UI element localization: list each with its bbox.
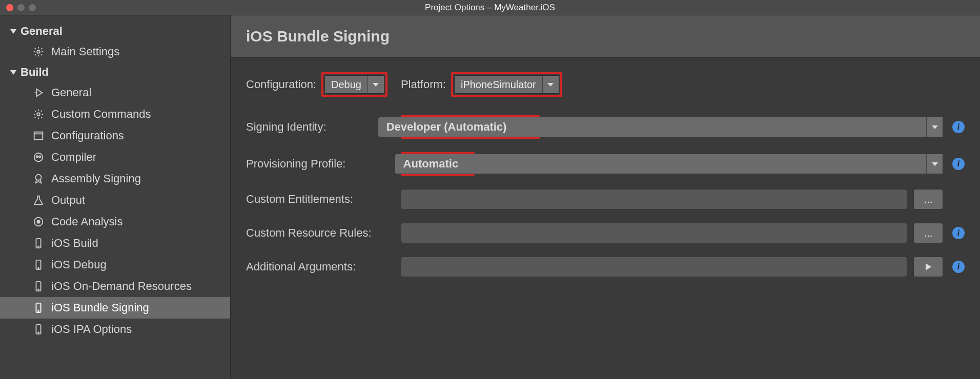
dropdown-value: Developer (Automatic) <box>378 117 515 137</box>
custom-entitlements-row: Custom Entitlements: ... <box>246 189 965 209</box>
sidebar-item-label: Main Settings <box>51 45 119 58</box>
sidebar-item-ios-debug[interactable]: iOS Debug <box>0 254 230 276</box>
sidebar-item-label: Assembly Signing <box>51 172 141 185</box>
sidebar-item-output[interactable]: Output <box>0 190 230 211</box>
sidebar-item-ios-ipa[interactable]: iOS IPA Options <box>0 319 230 340</box>
svg-point-10 <box>38 246 39 247</box>
svg-point-8 <box>37 220 40 223</box>
config-row: Configuration: Debug Platform: iPhoneSim… <box>246 72 965 97</box>
signing-identity-dropdown[interactable]: Developer (Automatic) <box>378 117 943 137</box>
dropdown-value: Debug <box>325 76 368 93</box>
sidebar-item-label: Output <box>51 194 85 207</box>
custom-entitlements-input[interactable] <box>401 189 907 209</box>
section-label: General <box>21 25 63 38</box>
chevron-down-icon <box>542 76 559 93</box>
sidebar-item-label: iOS Build <box>51 237 98 250</box>
info-icon[interactable]: i <box>952 121 965 133</box>
sidebar-section-general[interactable]: General <box>0 22 230 41</box>
custom-entitlements-label: Custom Entitlements: <box>246 193 395 206</box>
platform-label: Platform: <box>401 78 446 91</box>
sidebar-item-configurations[interactable]: Configurations <box>0 125 230 146</box>
phone-icon <box>33 238 44 249</box>
custom-resource-rules-row: Custom Resource Rules: ... i <box>246 223 965 243</box>
chevron-down-icon <box>368 76 384 93</box>
window-controls <box>0 4 36 11</box>
sidebar-item-ios-bundle-signing[interactable]: iOS Bundle Signing <box>0 297 230 319</box>
gear-icon <box>33 46 44 57</box>
sidebar-item-label: Configurations <box>51 129 124 142</box>
sidebar-item-assembly-signing[interactable]: Assembly Signing <box>0 168 230 190</box>
play-icon <box>33 87 44 98</box>
sidebar-item-code-analysis[interactable]: Code Analysis <box>0 211 230 233</box>
sidebar-item-ios-ondemand[interactable]: iOS On-Demand Resources <box>0 276 230 297</box>
provisioning-profile-dropdown[interactable]: Automatic <box>395 154 943 174</box>
highlight-configuration: Debug <box>321 72 387 97</box>
flask-icon <box>33 195 44 206</box>
configuration-label: Configuration: <box>246 78 316 91</box>
target-icon <box>33 216 44 227</box>
svg-point-1 <box>37 113 40 116</box>
svg-point-4 <box>36 156 38 158</box>
chevron-down-icon <box>10 70 16 75</box>
sidebar: General Main Settings Build General Cust… <box>0 15 231 379</box>
maximize-window-button[interactable] <box>29 4 36 11</box>
info-icon[interactable]: i <box>952 261 965 273</box>
svg-point-6 <box>36 175 42 180</box>
main-container: General Main Settings Build General Cust… <box>0 15 980 379</box>
phone-icon <box>33 302 44 313</box>
panel-body: Configuration: Debug Platform: iPhoneSim… <box>231 58 980 305</box>
phone-icon <box>33 324 44 335</box>
info-icon[interactable]: i <box>952 158 965 170</box>
custom-resource-rules-input[interactable] <box>401 223 907 243</box>
svg-point-18 <box>38 332 39 333</box>
main-panel: iOS Bundle Signing Configuration: Debug … <box>231 15 980 379</box>
chevron-down-icon <box>10 29 16 34</box>
additional-arguments-row: Additional Arguments: i <box>246 257 965 277</box>
play-icon <box>926 263 931 270</box>
highlight-platform: iPhoneSimulator <box>451 72 562 97</box>
platform-dropdown[interactable]: iPhoneSimulator <box>454 75 559 94</box>
run-arguments-button[interactable] <box>913 257 943 277</box>
sidebar-item-label: iOS On-Demand Resources <box>51 280 192 293</box>
svg-rect-2 <box>34 132 43 140</box>
sidebar-item-build-general[interactable]: General <box>0 82 230 103</box>
section-label: Build <box>21 66 49 79</box>
svg-point-14 <box>38 289 39 290</box>
signing-identity-label: Signing Identity: <box>246 120 395 134</box>
dropdown-value: Automatic <box>395 154 467 174</box>
svg-point-16 <box>38 311 39 312</box>
svg-point-12 <box>38 268 39 269</box>
sidebar-item-label: Code Analysis <box>51 215 122 228</box>
minimize-window-button[interactable] <box>17 4 25 11</box>
sidebar-section-build[interactable]: Build <box>0 62 230 82</box>
browse-resource-rules-button[interactable]: ... <box>913 223 943 243</box>
additional-arguments-label: Additional Arguments: <box>246 260 395 273</box>
svg-point-3 <box>34 153 43 162</box>
browse-entitlements-button[interactable]: ... <box>913 189 943 209</box>
phone-icon <box>33 259 44 270</box>
sidebar-item-custom-commands[interactable]: Custom Commands <box>0 103 230 125</box>
sidebar-item-compiler[interactable]: Compiler <box>0 146 230 168</box>
panel-header: iOS Bundle Signing <box>231 15 980 58</box>
sidebar-item-label: iOS Bundle Signing <box>51 301 149 314</box>
gear-icon <box>33 109 44 120</box>
svg-point-5 <box>39 156 41 158</box>
sidebar-item-ios-build[interactable]: iOS Build <box>0 233 230 254</box>
close-window-button[interactable] <box>6 4 13 11</box>
panel-title: iOS Bundle Signing <box>246 28 965 45</box>
info-icon[interactable]: i <box>952 227 965 239</box>
sidebar-item-label: iOS IPA Options <box>51 323 132 336</box>
chevron-down-icon <box>926 117 943 137</box>
dropdown-value: iPhoneSimulator <box>455 76 542 93</box>
titlebar: Project Options – MyWeather.iOS <box>0 0 980 15</box>
additional-arguments-input[interactable] <box>401 257 907 277</box>
window-icon <box>33 130 44 141</box>
badge-icon <box>33 173 44 184</box>
chevron-down-icon <box>926 154 943 174</box>
svg-point-0 <box>37 50 40 53</box>
sidebar-item-label: Custom Commands <box>51 108 151 121</box>
provisioning-profile-label: Provisioning Profile: <box>246 157 395 171</box>
configuration-dropdown[interactable]: Debug <box>324 75 384 94</box>
sidebar-item-main-settings[interactable]: Main Settings <box>0 41 230 62</box>
sidebar-item-label: Compiler <box>51 151 96 164</box>
